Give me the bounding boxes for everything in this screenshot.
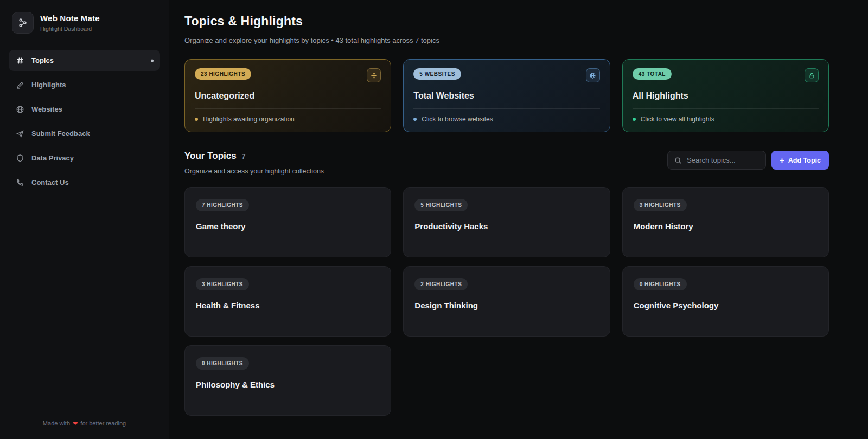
app-logo-row: Web Note Mate Highlight Dashboard	[9, 10, 160, 34]
search-input[interactable]	[687, 156, 759, 164]
stat-description: Highlights awaiting organization	[195, 115, 381, 123]
sidebar-item-websites[interactable]: Websites	[9, 99, 160, 120]
hash-icon	[15, 56, 24, 65]
stat-description-text: Click to view all highlights	[641, 115, 714, 123]
topics-header: Your Topics 7 Organize and access your h…	[184, 151, 829, 175]
sidebar-item-contact-us[interactable]: Contact Us	[9, 172, 160, 193]
topic-card-productivity-hacks[interactable]: 5 HIGHLIGHTS Productivity Hacks	[403, 187, 610, 257]
topic-title: Philosophy & Ethics	[196, 380, 380, 389]
topic-title: Productivity Hacks	[414, 222, 598, 231]
add-topic-button[interactable]: + Add Topic	[771, 151, 829, 170]
footer-text-prefix: Made with	[43, 420, 70, 427]
active-dot	[151, 59, 154, 62]
search-box[interactable]	[667, 151, 766, 170]
stat-title: All Highlights	[633, 91, 819, 101]
topic-card-philosophy-ethics[interactable]: 0 HIGHLIGHTS Philosophy & Ethics	[184, 345, 391, 416]
app-name: Web Note Mate	[40, 14, 100, 23]
topic-badge: 3 HIGHLIGHTS	[634, 199, 687, 211]
sidebar-nav: Topics Highlights Websites	[9, 50, 160, 193]
sidebar-item-highlights[interactable]: Highlights	[9, 74, 160, 95]
page-title: Topics & Highlights	[184, 14, 829, 29]
sidebar-item-label: Websites	[31, 105, 62, 113]
stat-title: Uncategorized	[195, 91, 381, 101]
divider	[633, 108, 819, 109]
topics-count: 7	[242, 153, 246, 160]
topic-card-health-fitness[interactable]: 3 HIGHLIGHTS Health & Fitness	[184, 266, 391, 337]
sidebar-footer: Made with ❤ for better reading	[9, 420, 160, 431]
stat-badge: 23 HIGHLIGHTS	[195, 68, 251, 80]
topic-card-game-theory[interactable]: 7 HIGHLIGHTS Game theory	[184, 187, 391, 257]
sidebar-item-label: Data Privacy	[31, 154, 74, 162]
topic-card-cognitive-psychology[interactable]: 0 HIGHLIGHTS Cognitive Psychology	[622, 266, 829, 337]
plus-icon: +	[780, 156, 784, 164]
stat-title: Total Websites	[413, 91, 599, 101]
app-logo	[12, 12, 34, 34]
lock-icon	[805, 68, 819, 82]
topic-card-modern-history[interactable]: 3 HIGHLIGHTS Modern History	[622, 187, 829, 257]
rocket-icon	[15, 129, 24, 138]
topic-title: Modern History	[634, 222, 818, 231]
sidebar-item-submit-feedback[interactable]: Submit Feedback	[9, 123, 160, 144]
move-icon	[367, 68, 381, 82]
stat-description-text: Highlights awaiting organization	[203, 115, 295, 123]
topic-title: Cognitive Psychology	[634, 301, 818, 310]
stat-badge: 5 WEBSITES	[413, 68, 461, 80]
topic-badge: 2 HIGHLIGHTS	[414, 278, 468, 290]
main-content: Topics & Highlights Organize and explore…	[169, 0, 868, 439]
bullet-dot	[633, 118, 636, 121]
stat-cards-row: 23 HIGHLIGHTS Uncategorized Highlights a…	[184, 59, 829, 132]
sidebar-item-topics[interactable]: Topics	[9, 50, 160, 71]
globe-icon	[15, 105, 24, 114]
topic-title: Health & Fitness	[196, 301, 380, 310]
sidebar-item-label: Highlights	[31, 81, 66, 89]
sidebar: Web Note Mate Highlight Dashboard Topics…	[0, 0, 169, 439]
footer-text-suffix: for better reading	[80, 420, 126, 427]
stat-card-total-websites[interactable]: 5 WEBSITES Total Websites Click to brows…	[403, 59, 610, 132]
bullet-dot	[413, 118, 417, 121]
stat-description-text: Click to browse websites	[422, 115, 493, 123]
stat-badge: 43 TOTAL	[633, 68, 672, 80]
topics-section-title: Your Topics	[184, 151, 237, 162]
contact-icon	[15, 178, 24, 187]
topic-badge: 7 HIGHLIGHTS	[196, 199, 249, 211]
page-subtitle: Organize and explore your highlights by …	[184, 36, 829, 44]
share-nodes-icon	[18, 18, 28, 28]
stat-description: Click to browse websites	[413, 115, 599, 123]
topics-grid: 7 HIGHLIGHTS Game theory 5 HIGHLIGHTS Pr…	[184, 187, 829, 416]
sidebar-item-data-privacy[interactable]: Data Privacy	[9, 147, 160, 169]
topic-card-design-thinking[interactable]: 2 HIGHLIGHTS Design Thinking	[403, 266, 610, 337]
topics-section-subtitle: Organize and access your highlight colle…	[184, 167, 324, 175]
topic-badge: 5 HIGHLIGHTS	[414, 199, 468, 211]
topic-title: Game theory	[196, 222, 380, 231]
stat-card-uncategorized[interactable]: 23 HIGHLIGHTS Uncategorized Highlights a…	[184, 59, 391, 132]
topic-title: Design Thinking	[414, 301, 598, 310]
divider	[195, 108, 381, 109]
heart-icon: ❤	[72, 420, 79, 427]
stat-card-all-highlights[interactable]: 43 TOTAL All Highlights Click to view al…	[622, 59, 829, 132]
highlighter-icon	[15, 80, 24, 89]
topic-badge: 0 HIGHLIGHTS	[634, 278, 687, 290]
sidebar-item-label: Topics	[31, 56, 54, 64]
topic-badge: 0 HIGHLIGHTS	[196, 357, 249, 370]
stat-description: Click to view all highlights	[633, 115, 819, 123]
sidebar-item-label: Contact Us	[31, 178, 69, 186]
shield-icon	[15, 153, 24, 163]
app-tagline: Highlight Dashboard	[40, 25, 100, 32]
bullet-dot	[195, 118, 198, 121]
divider	[413, 108, 599, 109]
topic-badge: 3 HIGHLIGHTS	[196, 278, 249, 290]
search-icon	[674, 157, 682, 164]
add-topic-label: Add Topic	[788, 157, 821, 164]
globe-icon	[586, 68, 600, 82]
sidebar-item-label: Submit Feedback	[31, 130, 90, 138]
